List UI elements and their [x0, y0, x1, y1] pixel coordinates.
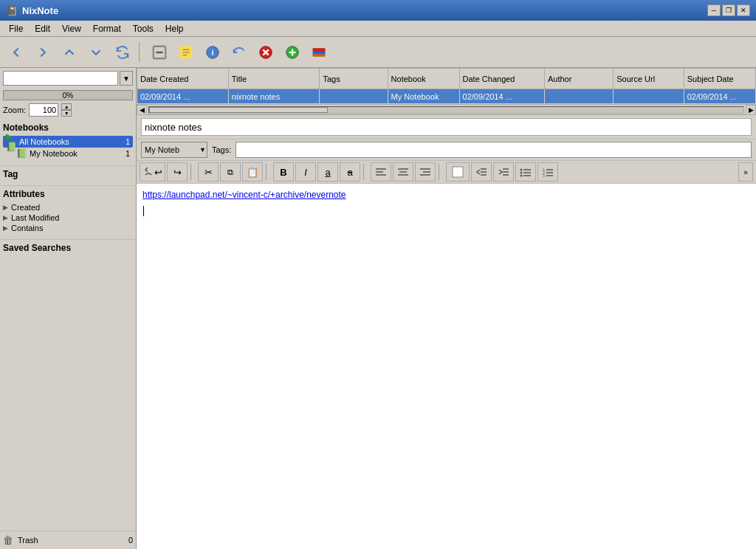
col-source-url[interactable]: Source Url [614, 69, 684, 89]
strikethrough-button[interactable]: a [340, 162, 360, 182]
zoom-input[interactable] [29, 103, 58, 117]
indent-right-button[interactable] [493, 162, 514, 182]
paste-button[interactable]: 📋 [242, 162, 263, 182]
attr-last-modified[interactable]: ▶ Last Modified [3, 213, 133, 223]
search-input[interactable] [3, 71, 118, 86]
bold-button[interactable]: B [273, 162, 294, 182]
notebook-select-wrapper: My Noteb ▼ [141, 142, 207, 158]
cell-title: nixnote notes [228, 89, 320, 104]
redo-button[interactable]: ↪ [167, 162, 188, 182]
trash-icon: 🗑 [3, 534, 13, 546]
highlight-button[interactable] [446, 162, 470, 182]
align-right-button[interactable] [415, 162, 436, 182]
fmt-sep-3 [363, 164, 368, 180]
forward-button[interactable] [31, 41, 55, 64]
attr-contains-arrow: ▶ [3, 224, 8, 232]
attr-contains[interactable]: ▶ Contains [3, 223, 133, 233]
minimize-button[interactable]: ─ [707, 4, 721, 16]
more-button[interactable]: » [738, 162, 753, 182]
stack-button[interactable] [307, 41, 331, 64]
scroll-right-button[interactable]: ▶ [746, 105, 756, 115]
back-button[interactable] [4, 41, 28, 64]
menu-view[interactable]: View [56, 22, 87, 35]
col-subject-date[interactable]: Subject Date [684, 69, 755, 89]
menu-tools[interactable]: Tools [127, 22, 159, 35]
scroll-left-button[interactable]: ◀ [137, 105, 147, 115]
note-title-bar [137, 115, 756, 139]
undo-button[interactable]: ↩ [140, 162, 165, 182]
notebook-all[interactable]: ▶ 📗 All Notebooks 1 [3, 136, 133, 148]
content-area[interactable]: https://launchpad.net/~vincent-c/+archiv… [137, 184, 756, 549]
add-button[interactable] [281, 41, 304, 64]
close-button[interactable]: ✕ [737, 4, 750, 16]
underline-button[interactable]: a [317, 162, 338, 182]
menu-edit[interactable]: Edit [29, 22, 56, 35]
note-title-input[interactable] [141, 118, 752, 136]
align-center-button[interactable] [393, 162, 413, 182]
delete-button[interactable] [254, 41, 278, 64]
col-tags[interactable]: Tags [320, 69, 388, 89]
attr-created[interactable]: ▶ Created [3, 202, 133, 213]
search-dropdown-button[interactable]: ▼ [120, 71, 133, 86]
col-notebook[interactable]: Notebook [388, 69, 459, 89]
notebook-all-icon: ▶ 📗 [6, 137, 16, 146]
indent-left-button[interactable] [471, 162, 492, 182]
progress-text: 0% [63, 92, 73, 100]
trash-section[interactable]: 🗑 Trash 0 [0, 531, 136, 549]
notebook-my-label: My Notebook [30, 149, 123, 158]
col-date-changed[interactable]: Date Changed [459, 69, 544, 89]
sync-button[interactable] [111, 41, 134, 64]
notebooks-header: Notebooks [3, 122, 133, 133]
list-ul-button[interactable] [515, 162, 536, 182]
menu-format[interactable]: Format [87, 22, 127, 35]
restore-button[interactable]: ❐ [722, 4, 735, 16]
attr-last-modified-arrow: ▶ [3, 214, 8, 221]
italic-button[interactable]: I [295, 162, 316, 182]
notes-table: Date Created Title Tags Notebook Date Ch… [137, 68, 756, 104]
list-ol-button[interactable]: 1.2.3. [537, 162, 558, 182]
notebook-select[interactable]: My Noteb [141, 142, 207, 158]
menu-file[interactable]: File [3, 22, 29, 35]
title-bar-left: 📓 NixNote [6, 5, 58, 16]
col-date-created[interactable]: Date Created [137, 69, 229, 89]
svg-rect-15 [313, 51, 326, 54]
notebook-my-icon: 📗 [16, 149, 27, 158]
cell-source-url [614, 89, 684, 104]
col-author[interactable]: Author [544, 69, 613, 89]
cursor [143, 206, 144, 216]
svg-point-33 [520, 169, 523, 171]
refresh-button[interactable] [227, 41, 251, 64]
info-button[interactable]: i [201, 41, 224, 64]
app-title: NixNote [22, 5, 58, 16]
table-row[interactable]: 02/09/2014 ... nixnote notes My Notebook… [137, 89, 756, 104]
toolbar: i [0, 37, 756, 68]
zoom-down-button[interactable]: ▼ [61, 110, 72, 117]
title-bar: 📓 NixNote ─ ❐ ✕ [0, 0, 756, 21]
cut-button[interactable]: ✂ [198, 162, 219, 182]
menu-help[interactable]: Help [159, 22, 190, 35]
notebook-my[interactable]: 📗 My Notebook 1 [3, 148, 133, 159]
zoom-up-button[interactable]: ▲ [61, 103, 72, 110]
scroll-thumb[interactable] [149, 107, 328, 113]
cell-date-changed: 02/09/2014 ... [459, 89, 544, 104]
up-button[interactable] [58, 41, 81, 64]
minus-button[interactable] [148, 41, 171, 64]
tag-section: Tag [0, 165, 136, 182]
sticky-note-button[interactable] [174, 41, 198, 64]
align-left-button[interactable] [371, 162, 391, 182]
left-spacer [0, 256, 136, 531]
attributes-header: Attributes [3, 189, 133, 199]
title-bar-controls: ─ ❐ ✕ [707, 4, 750, 16]
svg-text:3.: 3. [543, 173, 546, 177]
content-link[interactable]: https://launchpad.net/~vincent-c/+archiv… [142, 190, 750, 200]
tags-input[interactable] [236, 142, 752, 158]
down-button[interactable] [84, 41, 108, 64]
svg-rect-16 [313, 48, 326, 51]
attr-contains-label: Contains [11, 224, 43, 232]
scroll-track[interactable] [148, 106, 744, 114]
menu-bar: File Edit View Format Tools Help [0, 21, 756, 37]
copy-button[interactable]: ⧉ [220, 162, 241, 182]
col-title[interactable]: Title [228, 69, 320, 89]
notebook-all-count: 1 [126, 137, 130, 146]
saved-searches-section: Saved Searches [0, 239, 136, 256]
